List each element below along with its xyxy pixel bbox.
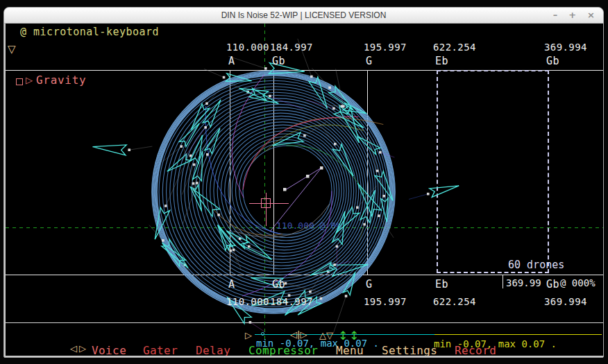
readout-percent: @ 000%	[560, 277, 596, 288]
menu-item-delay[interactable]: Delay	[196, 344, 230, 356]
compressor-play-icon[interactable]: ▷	[245, 330, 252, 340]
menu-item-compressor[interactable]: Compressor	[248, 344, 318, 356]
mode-label[interactable]: @ microtonal-keyboard	[20, 26, 159, 38]
main-canvas[interactable]: @ microtonal-keyboard ▽ ▷ Gravity 60 dro…	[6, 24, 603, 356]
gravity-cursor-square[interactable]	[261, 198, 271, 208]
menu-item-settings[interactable]: Settings	[382, 344, 437, 356]
drone-arrow[interactable]	[92, 142, 126, 155]
note-frequency-top-4: 369.994	[544, 42, 587, 53]
maximize-button[interactable]: +	[568, 10, 576, 20]
note-name-bottom-2[interactable]: G	[366, 278, 372, 291]
note-name-top-1[interactable]: Gb	[272, 55, 285, 67]
menu-item-record[interactable]: Record	[455, 344, 496, 356]
drones-count-label: 60 drones	[508, 259, 564, 271]
gravity-square-icon[interactable]	[16, 78, 23, 85]
menu-item-menu[interactable]: Menu	[336, 344, 364, 356]
note-name-bottom-1[interactable]: Gb	[272, 278, 285, 291]
note-frequency-bottom-0: 110.000	[226, 296, 269, 307]
voice-next-icon[interactable]: ▷	[79, 343, 86, 354]
note-frequency-bottom-4: 369.994	[544, 296, 587, 307]
note-frequency-top-2: 195.997	[364, 42, 407, 53]
menu-item-voice[interactable]: Voice	[92, 344, 126, 356]
readout-frequency: 369.99	[506, 277, 541, 288]
note-name-top-0[interactable]: A	[228, 55, 235, 67]
note-frequency-bottom-1: 184.997	[270, 296, 313, 307]
gravity-label[interactable]: Gravity	[36, 73, 86, 87]
note-frequency-bottom-2: 195.997	[364, 296, 407, 307]
menu-item-gater[interactable]: Gater	[143, 344, 178, 356]
note-name-top-3[interactable]: Eb	[435, 55, 448, 67]
titlebar[interactable]: DIN Is Noise 52-WIP | LICENSED VERSION –…	[4, 8, 603, 24]
app-window: DIN Is Noise 52-WIP | LICENSED VERSION –…	[3, 7, 604, 358]
voice-prev-icon[interactable]: ◁	[70, 343, 77, 354]
note-name-bottom-4[interactable]: Gb	[546, 278, 559, 291]
close-button[interactable]: ×	[587, 10, 595, 20]
note-name-bottom-3[interactable]: Eb	[435, 278, 448, 291]
minimize-button[interactable]: –	[553, 10, 558, 20]
drone-arrow[interactable]	[430, 181, 460, 197]
corner-triangle-icon[interactable]: ▽	[8, 43, 16, 55]
note-name-top-4[interactable]: Gb	[546, 55, 559, 67]
note-name-top-2[interactable]: G	[366, 55, 372, 67]
note-name-bottom-0[interactable]: A	[228, 278, 235, 291]
gravity-triangle-icon[interactable]: ▷	[26, 75, 33, 85]
drone-arrow[interactable]	[353, 180, 381, 216]
note-frequency-bottom-3: 622.254	[433, 296, 476, 307]
note-frequency-top-1: 184.997	[270, 42, 313, 53]
note-frequency-top-3: 622.254	[433, 42, 476, 53]
range-handle-dot[interactable]	[261, 332, 264, 336]
note-frequency-top-0: 110.000	[226, 42, 269, 53]
window-title: DIN Is Noise 52-WIP | LICENSED VERSION	[4, 10, 603, 20]
